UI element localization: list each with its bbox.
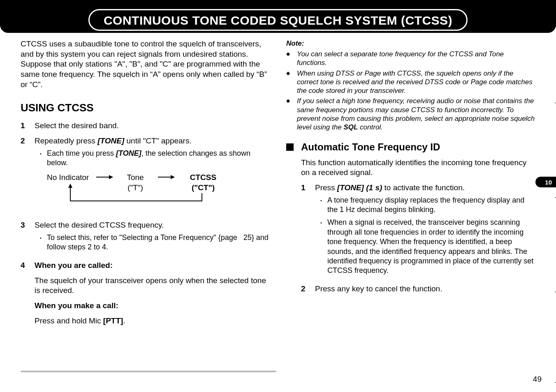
footer-rule: [21, 371, 276, 372]
square-bullet-icon: [286, 143, 294, 151]
right-column: Note: ◆You can select a separate tone fr…: [286, 39, 535, 367]
step-2: 2 Repeatedly press [TONE] until "CT" app…: [21, 136, 270, 215]
step-body: Press [TONE] (1 s) to activate the funct…: [315, 183, 535, 279]
sql-key: SQL: [343, 123, 358, 131]
bullet-icon: •: [315, 218, 327, 275]
right-step-2: 2 Press any key to cancel the function.: [301, 284, 535, 294]
tone-key: [TONE]: [97, 136, 124, 145]
selection-cycle-diagram: No Indicator Tone ("T") CTCSS ("CT"): [47, 173, 270, 210]
chapter-number: 10: [545, 179, 552, 186]
chapter-tab-badge: 10: [535, 177, 556, 187]
step-1: 1 Select the desired band.: [21, 121, 270, 131]
arrow-right-icon: [158, 177, 174, 178]
section-heading-using-ctcss: USING CTCSS: [21, 101, 270, 115]
note-item: ◆When using DTSS or Page with CTCSS, the…: [286, 69, 535, 95]
tone-1s-key: [TONE] (1 s): [337, 183, 382, 192]
step-number: 3: [21, 220, 35, 255]
when-call-heading: When you make a call:: [35, 301, 118, 310]
step-body: Press any key to cancel the function.: [315, 284, 535, 294]
right-step-1-sub2: • When a signal is received, the transce…: [315, 218, 535, 275]
bullet-icon: •: [315, 196, 327, 215]
ptt-key: [PTT]: [103, 316, 123, 325]
subsection-heading-row: Automatic Tone Frequency ID: [286, 141, 535, 153]
note-item: ◆You can select a separate tone frequenc…: [286, 50, 535, 67]
page-title-pill: CONTINUOUS TONE CODED SQUELCH SYSTEM (CT…: [88, 9, 468, 31]
step-4: 4 When you are called: The squelch of yo…: [21, 261, 270, 326]
step-number: 1: [301, 183, 315, 279]
when-called-body: The squelch of your transceiver opens on…: [35, 276, 270, 296]
diagram-line: [70, 201, 202, 201]
crop-ticks: [554, 0, 556, 392]
diamond-bullet-icon: ◆: [286, 69, 297, 95]
step-number: 1: [21, 121, 35, 131]
subsection-heading: Automatic Tone Frequency ID: [301, 141, 440, 153]
note-list: ◆You can select a separate tone frequenc…: [286, 50, 535, 131]
step-body: Repeatedly press [TONE] until "CT" appea…: [35, 136, 270, 215]
step-number: 4: [21, 261, 35, 326]
diag-ctcss-sub: ("CT"): [192, 183, 215, 192]
left-column: CTCSS uses a subaudible tone to control …: [21, 39, 270, 367]
step-3-sub: • To select this, refer to "Selecting a …: [35, 233, 270, 252]
right-step-1-sub1: • A tone frequency display replaces the …: [315, 196, 535, 215]
note-heading: Note:: [286, 39, 535, 48]
page-number: 49: [533, 375, 542, 384]
step-3: 3 Select the desired CTCSS frequency. • …: [21, 220, 270, 255]
step-2-sub: • Each time you press [TONE], the select…: [35, 149, 270, 168]
tone-key: [TONE]: [116, 149, 141, 157]
step-body: Select the desired CTCSS frequency. • To…: [35, 220, 270, 255]
subsection-intro: This function automatically identifies t…: [301, 158, 535, 178]
when-call-body: Press and hold Mic [PTT].: [35, 316, 270, 326]
steps-list: 1 Select the desired band. 2 Repeatedly …: [21, 121, 270, 326]
diag-ctcss: CTCSS: [190, 173, 216, 182]
arrow-right-icon: [96, 177, 113, 178]
diag-tone-sub: ("T"): [127, 183, 143, 192]
page-title: CONTINUOUS TONE CODED SQUELCH SYSTEM (CT…: [104, 14, 452, 27]
step-body: When you are called: The squelch of your…: [35, 261, 270, 326]
right-steps-list: 1 Press [TONE] (1 s) to activate the fun…: [301, 183, 535, 294]
intro-paragraph: CTCSS uses a subaudible tone to control …: [21, 39, 270, 90]
bullet-icon: •: [35, 149, 47, 168]
diag-no-indicator: No Indicator: [47, 173, 89, 183]
bullet-icon: •: [35, 233, 47, 252]
note-item: ◆If you select a high tone frequency, re…: [286, 97, 535, 131]
when-called-heading: When you are called:: [35, 261, 113, 270]
content-columns: CTCSS uses a subaudible tone to control …: [21, 39, 535, 367]
diagram-line: [202, 193, 202, 201]
step-body: Select the desired band.: [35, 121, 270, 131]
step-number: 2: [301, 284, 315, 294]
step-number: 2: [21, 136, 35, 215]
diag-tone: Tone: [127, 173, 144, 182]
diamond-bullet-icon: ◆: [286, 97, 297, 131]
diamond-bullet-icon: ◆: [286, 50, 297, 67]
right-step-1: 1 Press [TONE] (1 s) to activate the fun…: [301, 183, 535, 279]
arrow-up-icon: [70, 184, 71, 201]
